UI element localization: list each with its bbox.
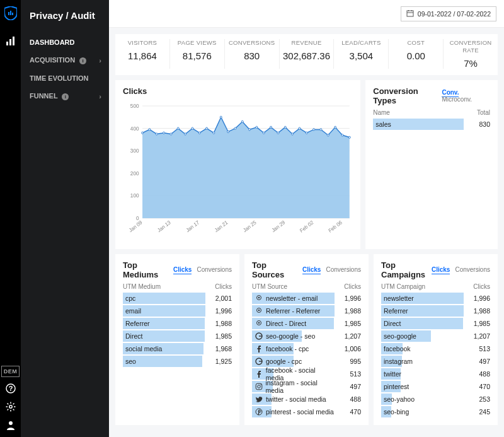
sidebar-item-dashboard[interactable]: DASHBOARD bbox=[30, 33, 101, 51]
svg-point-45 bbox=[220, 116, 222, 118]
svg-text:100: 100 bbox=[130, 192, 139, 199]
svg-line-15 bbox=[7, 409, 8, 411]
tab-conversions[interactable]: Conversions bbox=[455, 266, 490, 273]
list-item[interactable]: instagram497 bbox=[381, 356, 490, 367]
tab-clicks[interactable]: Clicks bbox=[173, 266, 192, 274]
list-item[interactable]: Referrer1,988 bbox=[381, 305, 490, 317]
svg-point-17 bbox=[9, 421, 13, 425]
svg-rect-0 bbox=[8, 12, 9, 15]
list-item[interactable]: facebook513 bbox=[381, 343, 490, 354]
instagram-icon bbox=[255, 382, 263, 391]
sidebar-item-funnel[interactable]: FUNNEL i› bbox=[30, 87, 101, 105]
svg-point-54 bbox=[284, 126, 286, 128]
info-icon: i bbox=[79, 57, 86, 64]
svg-line-16 bbox=[13, 404, 14, 405]
list-item[interactable]: facebook - cpc1,006 bbox=[252, 343, 361, 354]
info-icon: i bbox=[62, 93, 69, 100]
col-clicks: Clicks bbox=[473, 283, 490, 290]
svg-point-58 bbox=[313, 129, 315, 131]
svg-point-48 bbox=[241, 120, 243, 122]
row-label: google - cpc bbox=[266, 358, 302, 365]
help-icon[interactable]: ? bbox=[6, 383, 16, 395]
gear-icon[interactable] bbox=[6, 402, 16, 414]
list-item[interactable]: twitter488 bbox=[381, 368, 490, 380]
row-value: 497 bbox=[335, 383, 361, 390]
list-item[interactable]: Referrer - Referrer1,988 bbox=[252, 305, 361, 317]
dem-badge[interactable]: DEM bbox=[1, 366, 20, 377]
pin-icon bbox=[255, 319, 263, 328]
row-value: 830 bbox=[464, 120, 490, 128]
list-item[interactable]: newsletter1,996 bbox=[381, 293, 490, 304]
list-item[interactable]: seo-google - seo1,207 bbox=[252, 330, 361, 342]
list-item[interactable]: cpc2,001 bbox=[123, 293, 232, 304]
list-item[interactable]: newsletter - email1,996 bbox=[252, 293, 361, 304]
date-range-picker[interactable]: 09-01-2022 / 07-02-2022 bbox=[401, 6, 496, 21]
pinterest-icon bbox=[255, 407, 263, 416]
top-sources-card: Top Sources ClicksConversions UTM Source… bbox=[244, 254, 369, 425]
list-item[interactable]: facebook - social media513 bbox=[252, 368, 361, 380]
stat-label: REVENUE bbox=[282, 39, 331, 47]
row-label: email bbox=[125, 307, 141, 315]
row-value: 1,925 bbox=[205, 358, 232, 365]
stat-label: VISITORS bbox=[118, 39, 167, 47]
tab-clicks[interactable]: Clicks bbox=[432, 266, 450, 274]
list-item[interactable]: Direct1,985 bbox=[381, 318, 490, 329]
svg-point-62 bbox=[341, 134, 343, 136]
list-item[interactable]: sales830 bbox=[373, 119, 490, 130]
svg-text:300: 300 bbox=[130, 148, 139, 154]
list-item[interactable]: seo-google1,207 bbox=[381, 330, 490, 342]
clicks-chart-card: Clicks 0100200300400500Jan 09Jan 13Jan 1… bbox=[115, 80, 360, 249]
svg-text:Jan 21: Jan 21 bbox=[214, 219, 229, 233]
pin-icon bbox=[255, 306, 263, 315]
svg-point-56 bbox=[299, 127, 301, 129]
svg-rect-18 bbox=[407, 11, 413, 16]
svg-point-37 bbox=[163, 132, 165, 134]
sidebar-item-acquisition[interactable]: ACQUISITION i› bbox=[30, 51, 101, 69]
sidebar-item-time-evolution[interactable]: TIME EVOLUTION bbox=[30, 69, 101, 87]
app-logo-icon bbox=[4, 6, 17, 22]
stat-value: 3,504 bbox=[336, 50, 386, 61]
list-item[interactable]: twitter - social media488 bbox=[252, 393, 361, 405]
list-item[interactable]: Referrer1,988 bbox=[123, 318, 232, 329]
twitter-icon bbox=[255, 395, 263, 404]
tab-microconv[interactable]: Microconv. bbox=[442, 96, 472, 103]
list-item[interactable]: google - cpc995 bbox=[252, 356, 361, 367]
facebook-icon bbox=[255, 344, 263, 353]
stat-strip: VISITORS11,864PAGE VIEWS81,576CONVERSION… bbox=[115, 34, 498, 75]
tab-conversions[interactable]: Conversions bbox=[326, 266, 361, 273]
svg-point-59 bbox=[320, 129, 322, 131]
list-item[interactable]: email1,996 bbox=[123, 305, 232, 317]
svg-point-49 bbox=[249, 129, 251, 131]
list-item[interactable]: seo1,925 bbox=[123, 356, 232, 367]
svg-text:500: 500 bbox=[130, 102, 139, 108]
row-label: pinterest - social media bbox=[266, 408, 334, 416]
tab-clicks[interactable]: Clicks bbox=[302, 266, 321, 274]
list-item[interactable]: Direct1,985 bbox=[123, 330, 232, 342]
col-clicks: Clicks bbox=[344, 283, 361, 290]
list-item[interactable]: Direct - Direct1,985 bbox=[252, 318, 361, 329]
list-item[interactable]: seo-bing245 bbox=[381, 406, 490, 417]
top-campaigns-card: Top Campaigns ClicksConversions UTM Camp… bbox=[374, 254, 498, 425]
svg-rect-3 bbox=[6, 42, 8, 45]
svg-text:?: ? bbox=[8, 385, 13, 392]
list-item[interactable]: seo-yahoo253 bbox=[381, 393, 490, 405]
list-item[interactable]: pinterest - social media470 bbox=[252, 406, 361, 417]
user-icon[interactable] bbox=[6, 420, 16, 432]
row-value: 1,006 bbox=[335, 345, 361, 353]
list-item[interactable]: pinterest470 bbox=[381, 381, 490, 392]
row-value: 513 bbox=[464, 345, 490, 353]
list-item[interactable]: social media1,968 bbox=[123, 343, 232, 354]
svg-line-13 bbox=[7, 404, 8, 405]
row-label: facebook - cpc bbox=[266, 345, 309, 353]
tab-conversions[interactable]: Conversions bbox=[197, 266, 232, 273]
list-item[interactable]: instagram - social media497 bbox=[252, 381, 361, 392]
main: 09-01-2022 / 07-02-2022 VISITORS11,864PA… bbox=[109, 0, 504, 437]
analytics-icon[interactable] bbox=[4, 35, 17, 47]
svg-text:Jan 17: Jan 17 bbox=[185, 219, 200, 233]
svg-point-40 bbox=[185, 133, 186, 135]
top-mediums-title: Top Mediums bbox=[123, 260, 168, 279]
svg-point-50 bbox=[256, 126, 258, 128]
stat-revenue: REVENUE302,687.36 bbox=[280, 39, 335, 69]
svg-point-61 bbox=[335, 126, 336, 128]
svg-point-57 bbox=[306, 132, 307, 134]
